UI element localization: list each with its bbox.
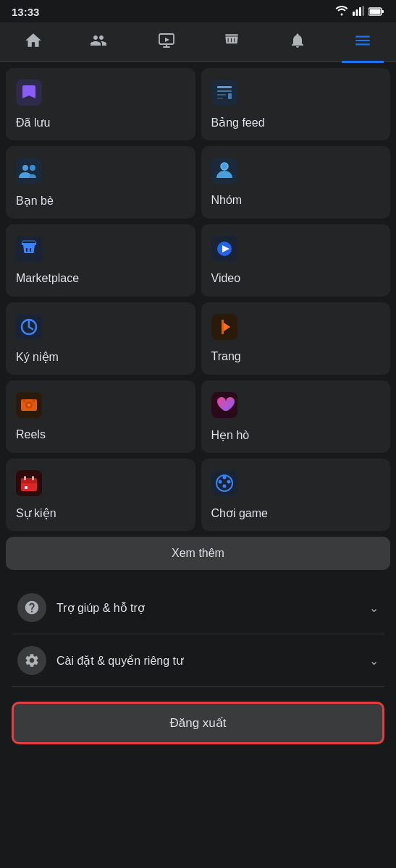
status-icons — [335, 6, 384, 18]
privacy-label: Cài đặt & quyền riêng tư — [56, 654, 183, 668]
svg-rect-16 — [16, 158, 42, 184]
groups-icon — [211, 158, 381, 187]
logout-section: Đăng xuất — [6, 693, 390, 759]
groups-item[interactable]: Nhóm — [201, 146, 391, 218]
marketplace-icon — [16, 236, 185, 265]
svg-rect-12 — [217, 90, 232, 92]
reels-item[interactable]: Reels — [6, 380, 195, 453]
dating-item[interactable]: Hẹn hò — [201, 380, 391, 453]
events-item[interactable]: Sự kiện — [6, 459, 195, 531]
svg-rect-1 — [356, 9, 358, 16]
groups-label: Nhóm — [211, 194, 381, 207]
nav-bar — [0, 22, 396, 62]
privacy-row-left: Cài đặt & quyền riêng tư — [17, 646, 183, 675]
svg-point-18 — [30, 165, 35, 171]
settings-icon-circle — [17, 646, 46, 675]
events-icon — [16, 470, 185, 499]
marketplace-item[interactable]: Marketplace — [6, 224, 195, 297]
video-icon — [211, 236, 381, 265]
svg-rect-0 — [353, 12, 355, 16]
svg-rect-31 — [222, 320, 224, 334]
svg-rect-45 — [211, 470, 237, 496]
logout-button[interactable]: Đăng xuất — [12, 702, 384, 744]
svg-rect-36 — [23, 399, 25, 402]
pages-icon — [211, 314, 381, 343]
help-row-left: Trợ giúp & hỗ trợ — [17, 593, 145, 622]
games-label: Chơi game — [211, 506, 381, 520]
svg-rect-6 — [370, 9, 381, 14]
nav-notifications[interactable] — [277, 29, 318, 56]
svg-rect-15 — [228, 93, 232, 99]
menu-grid: Đã lưu Bảng feed — [6, 68, 390, 531]
status-bar: 13:33 — [0, 0, 396, 22]
menu-icon — [353, 31, 372, 54]
feed-item[interactable]: Bảng feed — [201, 68, 391, 140]
help-label: Trợ giúp & hỗ trợ — [56, 601, 145, 615]
svg-rect-43 — [32, 476, 34, 480]
svg-rect-23 — [26, 248, 28, 252]
video-label: Video — [211, 272, 381, 285]
svg-marker-8 — [165, 38, 169, 42]
help-row[interactable]: Trợ giúp & hỗ trợ ⌄ — [12, 582, 384, 634]
memories-item[interactable]: Ký niệm — [6, 302, 195, 375]
content-area: Đã lưu Bảng feed — [0, 62, 396, 765]
saved-label: Đã lưu — [16, 116, 185, 129]
pages-label: Trang — [211, 350, 381, 363]
nav-menu[interactable] — [342, 28, 384, 57]
marketplace-nav-icon — [222, 31, 241, 54]
svg-point-49 — [222, 485, 226, 488]
signal-icon — [353, 6, 364, 18]
svg-rect-10 — [211, 80, 237, 106]
friends-nav-icon — [90, 31, 110, 54]
pages-item[interactable]: Trang — [201, 302, 391, 375]
svg-point-50 — [222, 476, 226, 480]
battery-icon — [368, 6, 384, 18]
wifi-icon — [335, 6, 348, 18]
svg-rect-24 — [30, 248, 31, 252]
nav-marketplace[interactable] — [211, 28, 253, 57]
dating-icon — [211, 392, 381, 421]
svg-rect-13 — [217, 94, 226, 95]
dating-label: Hẹn hò — [211, 428, 381, 442]
feed-icon — [211, 80, 381, 109]
friends-label: Bạn bè — [16, 194, 185, 208]
see-more-button[interactable]: Xem thêm — [6, 537, 390, 570]
friends-icon — [16, 158, 185, 187]
feed-label: Bảng feed — [211, 116, 381, 129]
nav-home[interactable] — [12, 28, 54, 57]
friends-item[interactable]: Bạn bè — [6, 146, 195, 218]
settings-section: Trợ giúp & hỗ trợ ⌄ Cài đặt & quyền riên… — [6, 582, 390, 687]
privacy-chevron: ⌄ — [369, 654, 379, 668]
notifications-icon — [289, 32, 306, 54]
svg-point-47 — [218, 480, 222, 484]
svg-rect-3 — [363, 6, 365, 16]
nav-watch[interactable] — [146, 29, 187, 56]
help-chevron: ⌄ — [369, 601, 379, 615]
svg-point-48 — [227, 480, 230, 484]
svg-rect-11 — [217, 86, 232, 88]
memories-icon — [16, 314, 185, 343]
reels-icon — [16, 392, 185, 421]
saved-icon — [16, 80, 185, 109]
games-icon — [211, 470, 381, 499]
games-item[interactable]: Chơi game — [201, 459, 391, 531]
saved-item[interactable]: Đã lưu — [6, 68, 195, 140]
marketplace-label: Marketplace — [16, 272, 185, 285]
video-item[interactable]: Video — [201, 224, 391, 297]
help-icon-circle — [17, 593, 46, 622]
nav-friends[interactable] — [78, 28, 122, 57]
events-label: Sự kiện — [16, 506, 185, 520]
reels-label: Reels — [16, 428, 185, 441]
svg-rect-5 — [382, 10, 384, 13]
memories-label: Ký niệm — [16, 350, 185, 364]
svg-rect-42 — [24, 476, 26, 480]
home-icon — [24, 31, 43, 54]
svg-point-17 — [22, 165, 28, 171]
svg-rect-2 — [359, 7, 361, 16]
watch-icon — [158, 32, 175, 54]
privacy-row[interactable]: Cài đặt & quyền riêng tư ⌄ — [12, 634, 384, 687]
time: 13:33 — [12, 6, 39, 18]
svg-rect-37 — [33, 399, 35, 402]
svg-rect-44 — [25, 486, 28, 489]
svg-point-35 — [28, 404, 30, 407]
